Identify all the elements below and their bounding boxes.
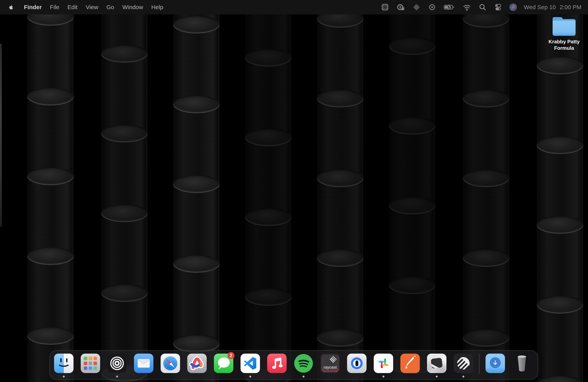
dock-item-finder[interactable]: [54, 354, 74, 373]
concentric-rings-icon: [107, 354, 127, 373]
play-circle-icon[interactable]: [428, 3, 436, 11]
raycast-keycap-icon: raycast: [320, 354, 340, 373]
wallpaper-column-2: [101, 0, 148, 382]
battery-charging-icon[interactable]: [443, 3, 455, 11]
menu-edit[interactable]: Edit: [63, 4, 82, 11]
trash-can-icon: [512, 354, 532, 373]
menu-list: FinderFileEditViewGoWindowHelp: [20, 4, 168, 11]
dock-item-messages[interactable]: 2: [214, 354, 233, 373]
folder-icon[interactable]: [553, 17, 576, 36]
dock-item-linear[interactable]: [454, 354, 473, 373]
menu-help[interactable]: Help: [147, 4, 168, 11]
dock: 2raycast: [49, 350, 538, 380]
running-indicator-dot: [303, 376, 304, 378]
onepassword-keyhole-icon: [347, 354, 367, 373]
finder-icon: [54, 354, 74, 373]
status-icons: [381, 3, 517, 11]
raycast-label: raycast: [320, 365, 340, 370]
menu-window[interactable]: Window: [118, 4, 147, 11]
dock-item-launchpad[interactable]: [81, 354, 100, 373]
striped-flag-icon[interactable]: [412, 3, 421, 11]
launchpad-icon: [81, 354, 100, 373]
dock-item-slack[interactable]: [374, 354, 393, 373]
vscode-icon: [241, 354, 260, 373]
dock-item-vscode[interactable]: [241, 354, 260, 373]
wallpaper-column-8: [537, 0, 583, 382]
wallpaper-column-7: [463, 0, 509, 382]
dock-item-zed[interactable]: [427, 354, 446, 373]
dock-item-spotify[interactable]: [294, 354, 313, 373]
dock-item-mail[interactable]: [134, 354, 153, 373]
menu-bar-clock[interactable]: Wed Sep 10 2:00 PM: [524, 4, 581, 11]
apple-logo-icon: [8, 4, 14, 11]
clock-date: Wed Sep 10: [524, 4, 556, 11]
raycast-logo: [330, 355, 337, 363]
desktop: Krabby Patty Formula FinderFileEditViewG…: [0, 0, 588, 382]
spotify-icon: [294, 354, 313, 373]
wallpaper-column-4: [245, 0, 292, 382]
wallpaper-column-1: [27, 0, 74, 382]
dock-item-trash[interactable]: [512, 354, 532, 373]
menu-view[interactable]: View: [82, 4, 102, 11]
notification-badge: 2: [228, 352, 234, 359]
dock-item-raycast[interactable]: raycast: [320, 354, 340, 373]
menu-bar: FinderFileEditViewGoWindowHelp Wed Sep 1…: [0, 0, 588, 14]
desktop-folder-label: Krabby Patty Formula: [545, 39, 584, 51]
running-indicator-dot: [462, 376, 464, 378]
wallpaper-edge-highlight: [0, 44, 2, 227]
apple-menu[interactable]: [8, 4, 15, 11]
dock-item-onepassword[interactable]: [347, 354, 367, 373]
control-center-icon[interactable]: [494, 3, 503, 11]
dock-item-postman[interactable]: [400, 354, 420, 373]
password-lock-icon[interactable]: [396, 3, 405, 11]
running-indicator-dot: [63, 376, 65, 378]
running-indicator-dot: [382, 376, 384, 378]
wallpaper-column-6: [389, 0, 436, 382]
downloads-folder-icon: [485, 354, 505, 373]
running-indicator-dot: [116, 376, 118, 378]
menu-go[interactable]: Go: [102, 4, 118, 11]
clock-time: 2:00 PM: [560, 4, 581, 11]
apple-music-icon: [267, 354, 287, 373]
wallpaper-column-3: [173, 0, 220, 382]
menu-finder[interactable]: Finder: [20, 4, 46, 11]
dock-item-safari[interactable]: [161, 354, 180, 373]
running-indicator-dot: [436, 376, 438, 378]
status-bar: Wed Sep 10 2:00 PM: [381, 3, 581, 11]
spotlight-search-icon[interactable]: [478, 3, 487, 11]
dock-item-rings-app[interactable]: [107, 354, 127, 373]
menu-file[interactable]: File: [46, 4, 63, 11]
mail-icon: [134, 354, 153, 373]
slack-pinwheel-icon: [374, 354, 393, 373]
desktop-folder-krabby-patty-formula[interactable]: Krabby Patty Formula: [543, 17, 586, 51]
arc-browser-icon: [187, 354, 207, 373]
marble-tile-app-icon: [427, 354, 446, 373]
siri-icon[interactable]: [509, 3, 517, 11]
wallpaper-column-5: [317, 0, 364, 382]
safari-compass-icon: [161, 354, 180, 373]
dock-item-downloads[interactable]: [485, 354, 505, 373]
wifi-icon[interactable]: [462, 3, 471, 11]
postman-rocket-icon: [400, 354, 420, 373]
sunburst-app-icon[interactable]: [381, 3, 389, 11]
running-indicator-dot: [249, 376, 251, 378]
dock-item-music[interactable]: [267, 354, 287, 373]
wallpaper: [0, 0, 588, 382]
linear-striped-circle-icon: [454, 354, 473, 373]
dock-item-arc[interactable]: [187, 354, 207, 373]
dock-divider: [479, 354, 480, 374]
